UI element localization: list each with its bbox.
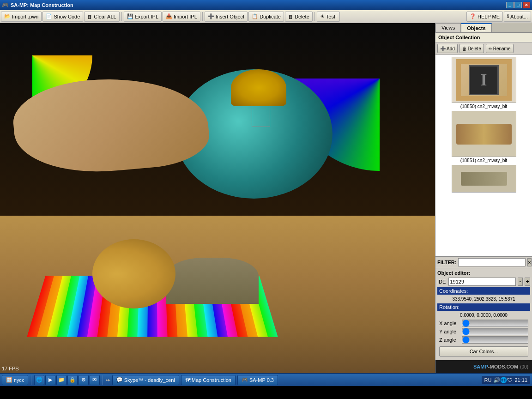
list-item[interactable] (437, 165, 530, 193)
decrement-button[interactable]: - (518, 278, 523, 286)
toolbar-separator-2 (202, 12, 203, 21)
list-item[interactable]: (18851) cn2_rnway_bit (437, 111, 530, 163)
object-thumbnail-3 (452, 165, 516, 193)
tab-objects[interactable]: Objects (461, 23, 491, 32)
skype-taskbar-item[interactable]: 💬 Skype™ - deadly_ceni (112, 375, 179, 385)
filter-row: FILTER: × (435, 257, 532, 268)
rotation-header: Rotation: (437, 303, 530, 311)
increment-button[interactable]: + (525, 278, 530, 286)
app-title: SA-MP: Map Construction (11, 2, 73, 8)
object-thumbnail-1: I (452, 57, 516, 103)
ide-label: IDE (437, 279, 447, 284)
settings-button[interactable]: ⚙ (79, 375, 89, 385)
y-angle-label: Y angle (439, 329, 460, 334)
samp-taskbar-item[interactable]: 🎮 SA-MP 0.3 (237, 375, 278, 385)
rename-icon: ✏ (489, 46, 492, 51)
keyboard-layout: RU (484, 377, 492, 383)
collection-toolbar: ➕ Add 🗑 Delete ✏ Rename (435, 42, 532, 55)
samp-icon: 🎮 (242, 377, 248, 383)
titlebar-left: 🎮 SA-MP: Map Construction (2, 2, 73, 8)
coordinates-value: 333.9540, 2502.3823, 15.5371 (437, 296, 530, 302)
object-editor-title: Object editor: (437, 270, 530, 276)
x-angle-label: X angle (439, 320, 460, 326)
about-button[interactable]: ℹ About... (504, 12, 531, 22)
duplicate-icon: 📋 (252, 13, 258, 19)
show-code-button[interactable]: 📄 Show Code (42, 12, 83, 22)
titlebar-controls: _ □ ✕ (506, 2, 530, 8)
filter-clear-button[interactable]: × (527, 258, 531, 266)
toolbar: 📂 Import .pwn 📄 Show Code 🗑 Clear ALL 💾 … (0, 10, 532, 23)
import-ipl-icon: 📥 (166, 13, 172, 19)
delete-object-button[interactable]: 🗑 Delete (459, 44, 484, 53)
duplicate-button[interactable]: 📋 Duplicate (248, 12, 284, 22)
hangar-area (166, 258, 259, 304)
car-colors-button[interactable]: Car Colors... (439, 346, 528, 357)
z-angle-slider[interactable] (462, 336, 528, 344)
log-cylinder (92, 239, 175, 308)
import-pwn-button[interactable]: 📂 Import .pwn (1, 12, 42, 22)
filter-label: FILTER: (437, 260, 456, 265)
clear-all-icon: 🗑 (87, 14, 92, 19)
x-angle-slider[interactable] (462, 320, 528, 327)
ie-button[interactable]: 🌐 (34, 375, 44, 385)
map-icon: 🗺 (185, 377, 190, 383)
add-icon: ➕ (440, 46, 446, 51)
toolbar-separator-3 (314, 12, 315, 21)
filter-input[interactable] (458, 258, 526, 266)
about-icon: ℹ (507, 13, 509, 19)
clear-all-button[interactable]: 🗑 Clear ALL (84, 12, 119, 22)
minimize-button[interactable]: _ (506, 2, 514, 8)
coordinates-header: Coordinates: (437, 287, 530, 295)
media-button[interactable]: ▶ (45, 375, 55, 385)
object-label-1: (18850) cn2_rnway_bit (460, 104, 508, 109)
clock: 21:11 (514, 377, 527, 383)
object-list[interactable]: I (18850) cn2_rnway_bit (18851) cn2_rnwa… (435, 55, 532, 257)
y-angle-slider[interactable] (462, 328, 528, 335)
viewport[interactable]: 17 FPS (0, 23, 435, 373)
parachute-1 (231, 69, 286, 106)
status-separator-1 (31, 375, 31, 385)
status-separator-2 (103, 375, 103, 385)
insert-object-button[interactable]: ➕ Insert Object (205, 12, 248, 22)
ide-input[interactable] (448, 278, 516, 286)
tray-icons: 🔊🌐🛡 (493, 377, 513, 383)
export-ipl-button[interactable]: 💾 Export IPL (124, 12, 162, 22)
parachute-strings-1 (252, 104, 270, 127)
app-icon: 🎮 (2, 2, 9, 8)
mail-button[interactable]: ✉ (90, 375, 100, 385)
test-button[interactable]: ☀ Test! (317, 12, 340, 22)
close-button[interactable]: ✕ (523, 2, 530, 8)
z-angle-row: Z angle (437, 336, 530, 344)
delete-icon: 🗑 (288, 14, 293, 19)
object-thumbnail-2 (452, 111, 516, 157)
test-icon: ☀ (320, 13, 325, 19)
tab-views[interactable]: Views (435, 23, 461, 32)
maximize-button[interactable]: □ (514, 2, 522, 8)
help-button[interactable]: ❓ HELP ME (466, 12, 503, 22)
ide-row: IDE - + (437, 278, 530, 286)
toolbar-separator-1 (121, 12, 122, 21)
import-ipl-button[interactable]: 📥 Import IPL (163, 12, 200, 22)
start-button[interactable]: 🪟 пуск (2, 375, 28, 385)
import-pwn-icon: 📂 (4, 13, 11, 19)
skype-icon: 💬 (116, 377, 123, 383)
object-editor: Object editor: IDE - + Coordinates: 333.… (435, 268, 532, 360)
tabs-row: Views Objects (435, 23, 532, 33)
list-item[interactable]: I (18850) cn2_rnway_bit (437, 57, 530, 109)
windows-icon: 🪟 (6, 377, 12, 383)
statusbar: 🪟 пуск 🌐 ▶ 📁 🔒 ⚙ ✉ ▸▸ 💬 Skype™ - deadly_… (0, 373, 532, 386)
add-object-button[interactable]: ➕ Add (437, 44, 458, 53)
fps-counter: 17 FPS (2, 366, 19, 371)
samp-logo: SAMP-MODS.COM (473, 364, 518, 369)
y-angle-row: Y angle (437, 328, 530, 335)
delete-button[interactable]: 🗑 Delete (285, 12, 313, 22)
insert-icon: ➕ (208, 13, 214, 19)
rotation-value: 0.0000, 0.0000, 0.0000 (437, 312, 530, 319)
lock-button[interactable]: 🔒 (67, 375, 78, 385)
folder-button[interactable]: 📁 (56, 375, 66, 385)
rename-object-button[interactable]: ✏ Rename (486, 44, 514, 53)
map-construction-taskbar-item[interactable]: 🗺 Map Construction (181, 375, 236, 385)
samp-logo-strip: SAMP-MODS.COM (00) (435, 360, 532, 373)
object-collection-header: Object Collection (435, 33, 532, 42)
help-icon: ❓ (470, 13, 476, 19)
